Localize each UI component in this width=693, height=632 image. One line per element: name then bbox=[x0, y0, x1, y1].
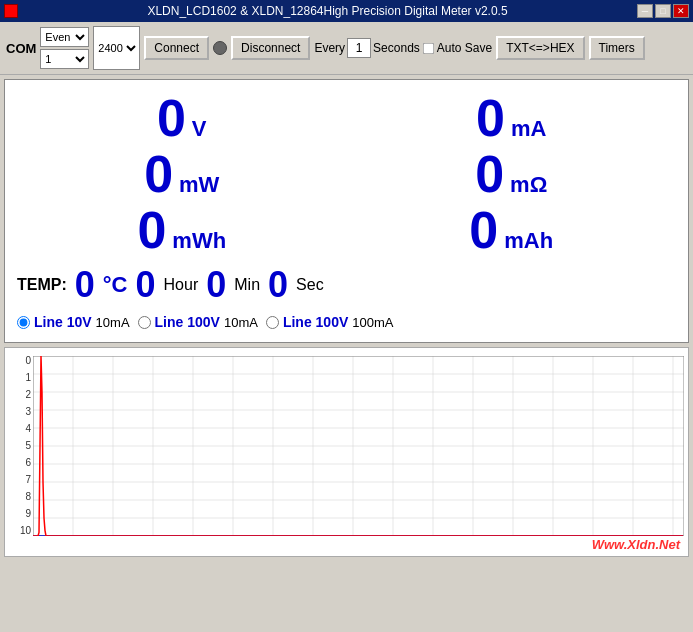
minimize-button[interactable]: ─ bbox=[637, 4, 653, 18]
power-value: 0 bbox=[144, 148, 173, 200]
connect-button[interactable]: Connect bbox=[144, 36, 209, 60]
title-bar: XLDN_LCD1602 & XLDN_12864High Precision … bbox=[0, 0, 693, 22]
energy-unit: mWh bbox=[172, 228, 226, 254]
current-value: 0 bbox=[476, 92, 505, 144]
autosave-checkbox[interactable] bbox=[422, 42, 434, 54]
com-port-select[interactable]: 1234 bbox=[40, 49, 89, 69]
autosave-label: Auto Save bbox=[437, 41, 492, 55]
voltage-unit: V bbox=[192, 116, 207, 142]
charge-unit: mAh bbox=[504, 228, 553, 254]
chart-canvas bbox=[33, 356, 684, 536]
voltage-value: 0 bbox=[157, 92, 186, 144]
line-select-row: Line 10V 10mA Line 100V 10mA Line 100V 1… bbox=[17, 310, 676, 334]
energy-cell: 0 mWh bbox=[17, 204, 347, 256]
current-cell: 0 mA bbox=[347, 92, 677, 144]
line1-ma: 10mA bbox=[96, 315, 130, 330]
parity-select[interactable]: EvenOddNone bbox=[40, 27, 89, 47]
line1-radio[interactable] bbox=[17, 316, 30, 329]
temp-unit: °C bbox=[103, 272, 128, 298]
txt-hex-button[interactable]: TXT<=>HEX bbox=[496, 36, 584, 60]
line1-label: Line 10V bbox=[34, 314, 92, 330]
com-label: COM bbox=[6, 41, 36, 56]
power-cell: 0 mW bbox=[17, 148, 347, 200]
chart-yaxis: 109876 54321 0 bbox=[5, 356, 33, 536]
charge-value: 0 bbox=[469, 204, 498, 256]
resistance-value: 0 bbox=[475, 148, 504, 200]
close-button[interactable]: ✕ bbox=[673, 4, 689, 18]
resistance-cell: 0 mΩ bbox=[347, 148, 677, 200]
line1-group: Line 10V 10mA bbox=[17, 314, 130, 330]
energy-value: 0 bbox=[137, 204, 166, 256]
app-icon bbox=[4, 4, 18, 18]
line2-ma: 10mA bbox=[224, 315, 258, 330]
seconds-label: Seconds bbox=[373, 41, 420, 55]
voltage-cell: 0 V bbox=[17, 92, 347, 144]
line3-label: Line 100V bbox=[283, 314, 348, 330]
power-unit: mW bbox=[179, 172, 219, 198]
hour-value: 0 bbox=[136, 264, 156, 306]
min-value: 0 bbox=[206, 264, 226, 306]
sec-label: Sec bbox=[296, 276, 324, 294]
line2-label: Line 100V bbox=[155, 314, 220, 330]
min-label: Min bbox=[234, 276, 260, 294]
window-controls: ─ □ ✕ bbox=[637, 4, 689, 18]
toolbar: COM EvenOddNone 1234 240048009600 Connec… bbox=[0, 22, 693, 75]
line2-group: Line 100V 10mA bbox=[138, 314, 258, 330]
temp-value: 0 bbox=[75, 264, 95, 306]
line3-group: Line 100V 100mA bbox=[266, 314, 394, 330]
main-content: 0 V 0 mA 0 mW 0 mΩ 0 mWh 0 mAh TEMP: 0 °… bbox=[4, 79, 689, 343]
resistance-unit: mΩ bbox=[510, 172, 547, 198]
com-selectors: EvenOddNone 1234 bbox=[40, 27, 89, 69]
window-title: XLDN_LCD1602 & XLDN_12864High Precision … bbox=[18, 4, 637, 18]
charge-cell: 0 mAh bbox=[347, 204, 677, 256]
chart-area: 109876 54321 0 Www.Xldn.Net bbox=[4, 347, 689, 557]
sec-value: 0 bbox=[268, 264, 288, 306]
baud-select[interactable]: 240048009600 bbox=[93, 26, 140, 70]
temp-label: TEMP: bbox=[17, 276, 67, 294]
temp-row: TEMP: 0 °C 0 Hour 0 Min 0 Sec bbox=[17, 260, 676, 310]
every-label: Every bbox=[314, 41, 345, 55]
disconnect-button[interactable]: Disconnect bbox=[231, 36, 310, 60]
every-group: Every Seconds Auto Save bbox=[314, 38, 492, 58]
line3-ma: 100mA bbox=[352, 315, 393, 330]
current-unit: mA bbox=[511, 116, 546, 142]
every-input[interactable] bbox=[347, 38, 371, 58]
hour-label: Hour bbox=[164, 276, 199, 294]
maximize-button[interactable]: □ bbox=[655, 4, 671, 18]
line2-radio[interactable] bbox=[138, 316, 151, 329]
timers-button[interactable]: Timers bbox=[589, 36, 645, 60]
connection-led bbox=[213, 41, 227, 55]
readings-grid: 0 V 0 mA 0 mW 0 mΩ 0 mWh 0 mAh bbox=[17, 88, 676, 260]
watermark: Www.Xldn.Net bbox=[592, 537, 680, 552]
line3-radio[interactable] bbox=[266, 316, 279, 329]
